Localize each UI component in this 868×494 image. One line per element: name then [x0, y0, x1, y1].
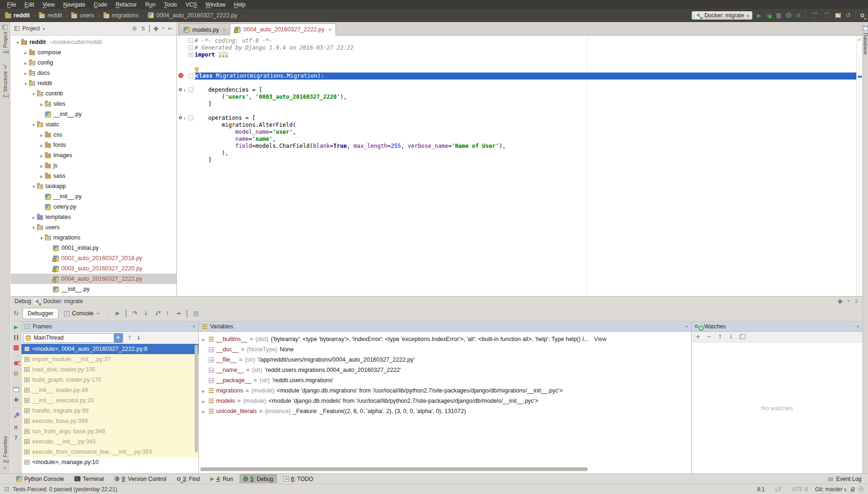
float-panel-icon[interactable] [855, 324, 859, 329]
step-over-icon[interactable] [132, 311, 138, 316]
chevron-down-icon[interactable] [22, 80, 29, 87]
editor-scrollbar[interactable] [856, 36, 862, 296]
code-gutter[interactable] [177, 157, 195, 164]
code-gutter[interactable]: + [177, 51, 195, 58]
duplicate-icon[interactable] [739, 335, 743, 339]
code-line[interactable]: - dependencies = [ [177, 87, 862, 94]
fold-marker-icon[interactable]: - [189, 87, 193, 92]
variables-hscrollbar[interactable] [200, 467, 588, 471]
code-line[interactable]: ('users', '0003_auto_20160327_2220'), [177, 94, 862, 101]
frames-scrollbar[interactable] [195, 345, 198, 452]
fold-marker-icon[interactable]: - [189, 116, 193, 120]
code-line[interactable] [177, 58, 862, 65]
tool-button-4-run[interactable]: 4: Run [206, 474, 237, 483]
run-config-selector[interactable]: Docker: migrate [691, 11, 752, 20]
code-line[interactable]: field=models.CharField(blank=True, max_l… [177, 143, 862, 150]
tree-item-reddit[interactable]: reddit~/cookiecutter/reddit [11, 37, 176, 47]
code-line[interactable] [177, 80, 862, 87]
project-tree[interactable]: reddit~/cookiecutter/redditcomposeconfig… [11, 36, 176, 296]
rollback-icon[interactable] [846, 13, 851, 18]
menu-refactor[interactable]: Refactor [111, 0, 141, 9]
tree-item-0003-auto-20160327-2220-py[interactable]: 0003_auto_20160327_2220.py [11, 263, 176, 274]
code-line[interactable]: +import ... [177, 51, 862, 58]
step-out-icon[interactable] [165, 311, 170, 316]
frame-row[interactable]: import_module, __init__.py:37 [22, 354, 198, 364]
code-gutter[interactable] [177, 129, 195, 136]
chevron-right-icon[interactable] [22, 59, 29, 66]
frame-down-icon[interactable] [136, 335, 141, 341]
tool-button-5-debug[interactable]: 5: Debug [240, 474, 277, 483]
breadcrumb-item-migrations[interactable]: migrations [102, 12, 140, 19]
tree-item-contrib[interactable]: contrib [11, 88, 176, 99]
tree-item-config[interactable]: config [11, 58, 176, 68]
tree-item-users[interactable]: users [11, 222, 176, 232]
frame-row[interactable]: handle, migrate.py:89 [22, 406, 198, 416]
tree-item-0002-auto-20160327-2018-py[interactable]: 0002_auto_20160327_2018.py [11, 253, 176, 263]
breadcrumb-item-reddit[interactable]: reddit [37, 12, 63, 19]
expand-arrow-icon[interactable] [201, 408, 206, 414]
mute-breakpoints-icon[interactable] [13, 370, 19, 376]
tree-item-fonts[interactable]: fonts [11, 140, 176, 150]
hide-panel-icon[interactable] [168, 26, 173, 31]
settings-icon[interactable] [15, 398, 18, 401]
chevron-down-icon[interactable] [38, 234, 45, 241]
local-changes-icon[interactable] [835, 13, 841, 18]
frame-row[interactable]: execute, __init__.py:345 [22, 436, 198, 447]
frame-row[interactable]: load_disk, loader.py:105 [22, 364, 198, 375]
fold-marker-icon[interactable]: + [189, 52, 193, 57]
target-icon[interactable] [132, 26, 137, 31]
code-line[interactable]: migrations.AlterField( [177, 122, 862, 129]
tool-button-terminal[interactable]: Terminal [71, 474, 108, 483]
code-line[interactable] [177, 65, 862, 73]
chevron-right-icon[interactable] [38, 173, 45, 179]
chevron-down-icon[interactable] [43, 25, 45, 32]
search-everywhere-icon[interactable] [861, 14, 864, 17]
tool-button-3-find[interactable]: 3: Find [173, 474, 204, 483]
intention-bulb-icon[interactable] [195, 67, 199, 71]
variable-row-package[interactable]: __package__={str}'reddit.users.migration… [201, 375, 691, 385]
code-gutter[interactable] [177, 108, 195, 115]
code-line[interactable]: model_name='user', [177, 129, 862, 136]
profiler-icon[interactable] [786, 13, 791, 18]
code-area[interactable]: -# -*- coding: utf-8 -*--# Generated by … [177, 36, 862, 296]
stop-icon[interactable] [14, 345, 19, 350]
code-gutter[interactable] [177, 65, 195, 73]
tree-item-0001-initial-py[interactable]: 0001_initial.py [11, 243, 176, 253]
float-panel-icon[interactable] [684, 324, 688, 329]
breakpoint-icon[interactable] [178, 73, 183, 78]
menu-help[interactable]: Help [230, 0, 250, 9]
settings-chevron-icon[interactable] [847, 298, 849, 304]
tree-item-compose[interactable]: compose [11, 47, 176, 58]
tree-item-templates[interactable]: templates [11, 212, 176, 222]
code-line[interactable]: ), [177, 150, 862, 157]
menu-code[interactable]: Code [89, 0, 111, 9]
chevron-down-icon[interactable] [30, 121, 37, 128]
close-tab-icon[interactable] [328, 27, 331, 32]
tree-item-init-py[interactable]: __init__.py [11, 191, 176, 202]
chevron-right-icon[interactable] [22, 49, 29, 56]
fold-marker-icon[interactable]: - [189, 73, 193, 78]
code-line[interactable]: -# -*- coding: utf-8 -*- [177, 37, 862, 44]
tool-button-9-version-control[interactable]: 9: Version Control [110, 474, 170, 483]
code-gutter[interactable] [177, 122, 195, 129]
settings-icon[interactable] [839, 300, 842, 303]
menu-run[interactable]: Run [141, 0, 160, 9]
run-to-cursor-icon[interactable] [176, 311, 181, 316]
menu-view[interactable]: View [38, 0, 59, 9]
hide-debug-icon[interactable] [854, 298, 859, 304]
step-into-icon[interactable] [144, 311, 148, 316]
stripe-tab-1-project[interactable]: 1: Project [2, 25, 8, 53]
vcs-update-icon[interactable] [811, 12, 818, 19]
frame-row[interactable]: <module>, 0004_auto_20160327_2222.py:8 [22, 344, 198, 354]
code-gutter[interactable]: - [177, 44, 195, 51]
frame-row[interactable]: __init__, loader.py:49 [22, 385, 198, 395]
code-gutter[interactable] [177, 136, 195, 143]
collapse-all-icon[interactable] [141, 26, 146, 31]
debug-icon[interactable] [766, 13, 771, 18]
code-line[interactable]: -# Generated by Django 1.9.4 on 2016-03-… [177, 44, 862, 51]
view-link[interactable]: View [594, 336, 606, 342]
chevron-down-icon[interactable] [30, 224, 37, 231]
stripe-tab-2-favorites[interactable]: 2: Favorites [2, 436, 8, 471]
lock-icon[interactable] [851, 489, 854, 492]
restore-layout-icon[interactable] [13, 387, 19, 392]
